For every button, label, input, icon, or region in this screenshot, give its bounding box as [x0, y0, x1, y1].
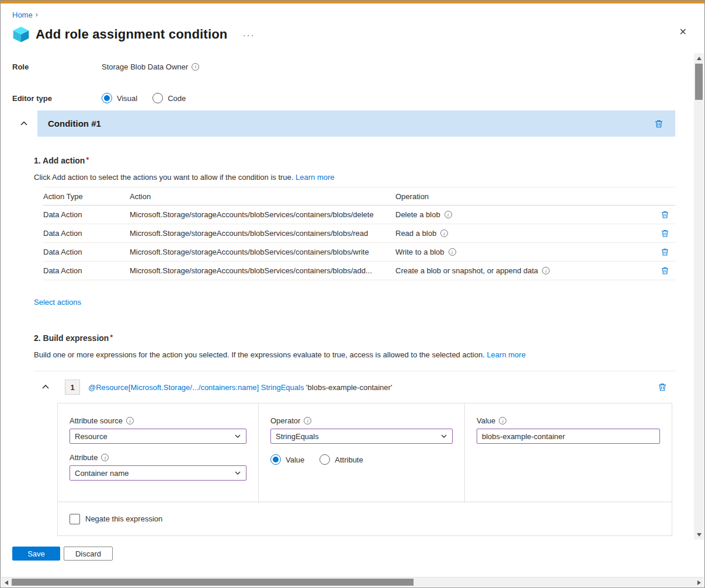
table-row: Data Action Microsoft.Storage/storageAcc… [43, 243, 675, 262]
operation-text: Delete a blob [395, 210, 440, 219]
col-action-type: Action Type [43, 192, 130, 201]
required-asterisk: * [86, 156, 89, 164]
operator-dropdown[interactable]: StringEquals [270, 429, 453, 444]
info-icon[interactable] [192, 63, 199, 71]
vertical-scrollbar[interactable] [694, 53, 704, 540]
expression-editor-panel: Attribute source Resource Attribute Cont… [57, 403, 672, 502]
expression-attribute: @Resource[Microsoft.Storage/.../containe… [88, 383, 259, 392]
required-asterisk: * [110, 333, 113, 342]
build-expression-heading: 2. Build expression* [34, 333, 675, 343]
triangle-right-icon [697, 580, 701, 585]
expression-header: 1 @Resource[Microsoft.Storage/.../contai… [34, 380, 675, 395]
save-button[interactable]: Save [12, 547, 60, 561]
chevron-down-icon [234, 469, 241, 476]
triangle-up-icon [697, 57, 701, 60]
trash-icon [654, 119, 664, 128]
build-expression-description: Build one or more expressions for the ac… [34, 350, 675, 359]
table-row: Data Action Microsoft.Storage/storageAcc… [43, 262, 675, 280]
radio-attribute-label: Attribute [335, 455, 363, 464]
close-icon[interactable]: ✕ [679, 26, 687, 37]
radio-visual-label: Visual [117, 94, 137, 103]
scroll-up-button[interactable] [694, 53, 704, 63]
operator-label: Operator [270, 416, 300, 425]
breadcrumb-separator: › [36, 11, 38, 19]
operation-cell: Write to a blob [395, 248, 652, 256]
action-type-cell: Data Action [43, 210, 130, 219]
trash-icon [658, 382, 667, 392]
radio-attribute[interactable] [319, 454, 330, 465]
page-title: Add role assignment condition [36, 27, 228, 42]
radio-visual[interactable] [102, 93, 112, 103]
condition-header-bar: Condition #1 [37, 110, 675, 137]
value-input[interactable] [477, 429, 660, 444]
learn-more-link[interactable]: Learn more [296, 173, 334, 182]
role-label: Role [12, 62, 102, 71]
attribute-value: Container name [75, 469, 129, 478]
more-options-icon[interactable]: ··· [243, 30, 255, 40]
info-icon[interactable] [542, 267, 550, 274]
info-icon[interactable] [499, 417, 506, 425]
radio-value[interactable] [270, 454, 281, 465]
scroll-right-button[interactable] [694, 577, 704, 587]
chevron-up-icon [41, 383, 50, 391]
attribute-label: Attribute [70, 453, 98, 462]
attribute-source-dropdown[interactable]: Resource [70, 429, 246, 444]
attribute-dropdown[interactable]: Container name [70, 465, 246, 481]
attribute-source-value: Resource [75, 432, 107, 441]
triangle-down-icon [697, 533, 701, 537]
select-actions-link[interactable]: Select actions [34, 298, 81, 307]
trash-icon [661, 229, 669, 238]
info-icon[interactable] [101, 454, 109, 461]
action-cell: Microsoft.Storage/storageAccounts/blobSe… [130, 248, 395, 256]
triangle-left-icon [5, 580, 8, 585]
info-icon[interactable] [440, 229, 448, 237]
learn-more-link[interactable]: Learn more [487, 350, 525, 359]
delete-expression-button[interactable] [657, 381, 668, 393]
action-cell: Microsoft.Storage/storageAccounts/blobSe… [130, 229, 395, 238]
action-cell: Microsoft.Storage/storageAccounts/blobSe… [130, 266, 395, 275]
radio-code[interactable] [152, 93, 163, 103]
operator-column: Operator StringEquals Value Attribute [258, 403, 464, 503]
horizontal-scrollbar[interactable] [1, 577, 704, 587]
trash-icon [661, 266, 669, 275]
action-type-cell: Data Action [43, 266, 130, 275]
delete-action-button[interactable] [659, 265, 671, 276]
info-icon[interactable] [449, 248, 456, 256]
delete-action-button[interactable] [659, 209, 671, 220]
info-icon[interactable] [304, 417, 311, 425]
negate-checkbox[interactable] [70, 514, 80, 524]
condition-header-row: Condition #1 [12, 110, 675, 137]
action-type-cell: Data Action [43, 248, 130, 256]
condition-title: Condition #1 [48, 119, 653, 128]
actions-table-header: Action Type Action Operation [43, 187, 675, 206]
info-icon[interactable] [444, 211, 452, 218]
actions-table: Action Type Action Operation Data Action… [43, 187, 675, 280]
vertical-scrollbar-thumb[interactable] [695, 64, 703, 100]
col-action: Action [130, 192, 395, 201]
delete-condition-button[interactable] [653, 118, 665, 130]
delete-action-button[interactable] [659, 228, 671, 239]
operation-text: Read a blob [395, 229, 436, 238]
action-type-cell: Data Action [43, 229, 130, 238]
collapse-condition-button[interactable] [18, 120, 30, 128]
operation-cell: Read a blob [395, 229, 652, 238]
trash-icon [661, 210, 669, 219]
attribute-source-column: Attribute source Resource Attribute Cont… [58, 403, 258, 503]
table-row: Data Action Microsoft.Storage/storageAcc… [43, 206, 675, 224]
scroll-left-button[interactable] [1, 577, 11, 587]
delete-action-button[interactable] [659, 246, 671, 258]
attribute-source-label: Attribute source [70, 416, 123, 425]
scroll-down-button[interactable] [694, 530, 704, 540]
discard-button[interactable]: Discard [64, 547, 113, 561]
collapse-expression-button[interactable] [41, 383, 51, 391]
table-row: Data Action Microsoft.Storage/storageAcc… [43, 224, 675, 243]
breadcrumb: Home › [1, 4, 704, 20]
radio-value-label: Value [286, 455, 304, 464]
chevron-up-icon [20, 120, 28, 128]
add-action-heading: 1. Add action* [34, 156, 675, 165]
horizontal-scrollbar-thumb[interactable] [12, 579, 414, 586]
info-icon[interactable] [126, 417, 134, 425]
operator-value: StringEquals [276, 432, 319, 441]
negate-expression-row: Negate this expression [57, 502, 672, 536]
breadcrumb-home-link[interactable]: Home [12, 11, 33, 19]
